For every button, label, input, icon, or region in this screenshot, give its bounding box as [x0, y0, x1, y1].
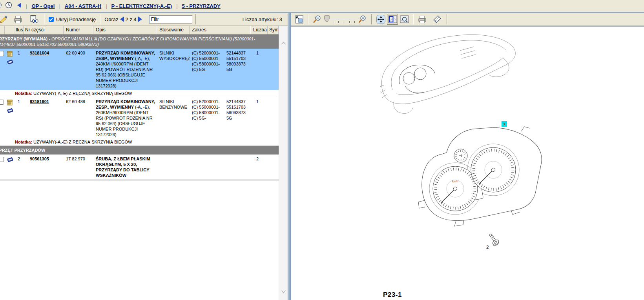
toolbar-separator: [44, 14, 45, 24]
thumbnail-select-button[interactable]: [387, 14, 398, 25]
catalog-number: 62 60 490: [64, 49, 93, 90]
print-preview-icon: [29, 15, 39, 24]
print-icon: [418, 15, 427, 24]
header-sym[interactable]: Sym: [268, 26, 279, 34]
technical-drawing: km/h 2: [291, 26, 644, 300]
header-liczba[interactable]: Liczba: [251, 26, 268, 34]
cluster-in-dashboard: [399, 65, 435, 93]
table-scrollbar[interactable]: [279, 26, 288, 300]
hide-supersession-checkbox[interactable]: [49, 17, 54, 22]
filter-input[interactable]: [149, 15, 192, 24]
toolbar-separator: [146, 14, 147, 24]
article-count-label: Liczba artykułu: 3: [243, 16, 288, 22]
catalog-number: 17 82 970: [64, 155, 93, 180]
header-opis[interactable]: Opis: [93, 26, 157, 34]
description-bold: ŚRUBA, Z ŁBEM PŁASKIM OKRĄGŁYM, 5 X 20, …: [96, 156, 150, 178]
ilustr-value: 1: [15, 49, 24, 90]
fit-page-icon: [295, 15, 304, 24]
header-nr-czesci[interactable]: Nr części: [24, 26, 64, 34]
slider-tick: [344, 21, 344, 23]
print-preview-button[interactable]: [28, 14, 39, 25]
zoom-out-icon: [312, 15, 322, 24]
print-button[interactable]: [13, 14, 24, 25]
tag-button[interactable]: [432, 14, 443, 25]
dashboard-drawing: [380, 35, 515, 113]
header-zakres[interactable]: Zakres: [190, 26, 251, 34]
book-icon[interactable]: [7, 59, 13, 66]
range-from: (C) 55000001-: [192, 104, 225, 110]
zoom-in-button[interactable]: [357, 14, 368, 25]
range-from: (C) 5G-: [192, 115, 225, 121]
tag-icon: [432, 15, 442, 24]
book-icon[interactable]: [7, 107, 13, 115]
toolbar-separator: [308, 14, 308, 24]
group1-title: PRZYRZĄDY (WYMIANA): [0, 36, 47, 41]
pencil-icon: [0, 15, 7, 24]
row-checkbox[interactable]: [0, 100, 4, 105]
thumbnail-select-icon: [388, 15, 398, 24]
notes-icon[interactable]: [7, 51, 13, 58]
header-stosowanie[interactable]: Stosowanie: [157, 26, 190, 34]
scroll-down-icon[interactable]: [281, 288, 286, 295]
breadcrumb-separator: |: [175, 3, 179, 9]
breadcrumb-item-astra[interactable]: A04 - ASTRA-H: [65, 3, 101, 9]
back-icon[interactable]: [17, 2, 22, 10]
part-number-link[interactable]: 93181601: [30, 99, 49, 104]
note-text: UŻYWANY(-A,-E) Z RĘCZNĄ SKRZYNIĄ BIEGÓW: [33, 140, 132, 144]
row-checkbox[interactable]: [0, 157, 4, 162]
usage-value: SILNIKI WYSOKOPRĘŻNE: [157, 49, 190, 90]
note-row: Notatka: UŻYWANY(-A,-E) Z RĘCZNĄ SKRZYNI…: [0, 90, 279, 97]
group-header-przyrzady: PRZYRZĄDY (WYMIANA) - OPRÓCZ VAUXHALL'A …: [0, 35, 279, 49]
table-row[interactable]: 1 93181604 62 60 490 PRZYRZĄD KOMBINOWAN…: [0, 49, 279, 90]
group2-title: SPRZĘT PRZYRZĄDÓW: [0, 147, 276, 153]
breadcrumb-bar: | OP - Opel | A04 - ASTRA-H | P - ELEKTR…: [0, 0, 644, 12]
print-icon: [13, 15, 23, 24]
table-row[interactable]: 1 93181601 62 60 488 PRZYRZĄD KOMBINOWAN…: [0, 97, 279, 139]
next-image-button[interactable]: [138, 16, 142, 22]
header-ilustr[interactable]: Ilustr: [15, 26, 24, 34]
cluster-callout-badge[interactable]: 1: [502, 121, 507, 127]
slider-tick: [338, 21, 339, 23]
part-number-link[interactable]: 93181604: [30, 51, 49, 55]
header-icons-col: [5, 26, 15, 34]
notes-icon[interactable]: [7, 99, 13, 107]
page-indicator: 2 z 4: [126, 16, 137, 22]
cut-off-icon: [0, 2, 2, 10]
book-icon[interactable]: [7, 156, 13, 164]
table-row[interactable]: 2 90561305 17 82 970 ŚRUBA, Z ŁBEM PŁASK…: [0, 155, 279, 180]
screw-drawing: [489, 234, 500, 246]
range-to: 52144837: [226, 50, 250, 56]
zoom-out-button[interactable]: [312, 14, 323, 25]
zoom-slider[interactable]: [324, 14, 356, 24]
breadcrumb-separator: |: [25, 3, 28, 9]
group-header-sprzet: SPRZĘT PRZYRZĄDÓW: [0, 146, 279, 155]
clock-icon[interactable]: [5, 2, 12, 10]
usage-value: SILNIKI BENZYNOWE: [157, 97, 190, 139]
header-numer[interactable]: Numer: [64, 26, 93, 34]
range-from: (C) 52000001-: [192, 99, 225, 104]
catalog-number: 62 60 488: [64, 97, 93, 139]
header-checkbox-col: [0, 26, 5, 34]
quantity-value: 1: [251, 97, 268, 139]
toolbar-separator: [100, 14, 100, 24]
part-number-link[interactable]: 90561305: [30, 156, 49, 161]
scroll-up-icon[interactable]: [281, 39, 286, 46]
zoom-region-button[interactable]: [399, 14, 410, 25]
breadcrumb-item-opel[interactable]: OP - Opel: [31, 3, 55, 9]
previous-image-button[interactable]: [120, 16, 124, 22]
panel-splitter[interactable]: [288, 13, 291, 300]
toolbar-separator: [371, 14, 372, 24]
left-toolbar: Ukryj Ponadsesję Obraz 2 z 4 Liczba arty…: [0, 13, 288, 26]
pan-button[interactable]: [375, 14, 386, 25]
print-illustration-button[interactable]: [417, 14, 428, 25]
range-from: (C) 52000001-: [192, 50, 225, 56]
breadcrumb-item-przyrzady[interactable]: 5 - PRZYRZĄDY: [182, 3, 221, 9]
edit-pencil-button[interactable]: [0, 14, 9, 25]
image-label: Obraz: [104, 16, 118, 22]
range-to: 55151703: [226, 104, 250, 110]
breadcrumb-item-elektryczny[interactable]: P - ELEKTRYCZNY(-A,-E): [111, 3, 172, 9]
illustration-canvas[interactable]: km/h 2 1: [291, 26, 644, 300]
instrument-cluster-drawing: km/h: [418, 127, 542, 226]
row-checkbox[interactable]: [0, 51, 4, 56]
fit-page-button[interactable]: [294, 14, 305, 25]
